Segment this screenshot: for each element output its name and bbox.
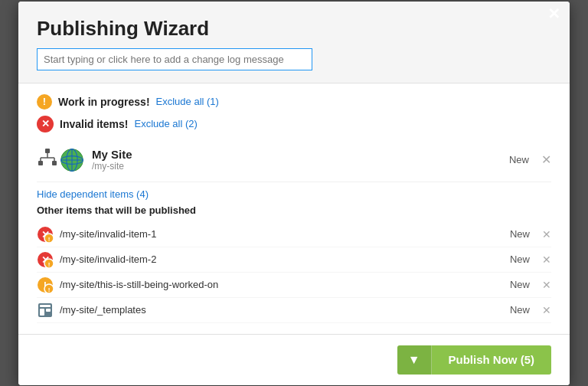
dep-item-status-1: New	[510, 228, 530, 240]
dep-item-status-3: New	[510, 279, 530, 290]
svg-rect-0	[45, 149, 50, 153]
dep-item-status-4: New	[510, 304, 530, 316]
dep-item-path-1: /my-site/invalid-item-1	[60, 228, 510, 240]
other-items-label: Other items that will be published	[37, 204, 551, 216]
dep-item-remove-2[interactable]: ✕	[542, 254, 551, 266]
globe-icon	[58, 146, 86, 174]
site-path: /my-site	[92, 161, 509, 172]
site-name: My Site	[92, 148, 509, 161]
modal-title: Publishing Wizard	[37, 17, 551, 41]
warning-icon: !	[37, 94, 52, 110]
svg-rect-1	[38, 161, 43, 165]
modal-footer: ▼ Publish Now (5)	[18, 334, 570, 385]
changelog-input[interactable]	[37, 48, 312, 70]
dep-item-status-2: New	[510, 254, 530, 265]
modal-overlay: ✕ Publishing Wizard ! Work in progress! …	[0, 0, 588, 386]
dep-item-path-3: /my-site/this-is-still-being-worked-on	[60, 279, 510, 290]
dep-item-remove-1[interactable]: ✕	[542, 228, 551, 240]
svg-rect-26	[40, 309, 44, 316]
svg-rect-2	[52, 161, 57, 165]
publish-now-button[interactable]: Publish Now (5)	[432, 345, 552, 375]
modal-body: ! Work in progress! Exclude all (1) ✕ In…	[18, 83, 570, 334]
exclude-all-warning-link[interactable]: Exclude all (1)	[156, 96, 219, 107]
work-in-progress-row: ! Work in progress! Exclude all (1)	[37, 94, 551, 110]
warning-label: Work in progress!	[58, 96, 150, 108]
svg-text:!: !	[48, 261, 51, 268]
dependent-items-list: ✕ ! /my-site/invalid-item-1 New ✕ ✕	[37, 222, 551, 323]
dep-item-path-4: /my-site/_templates	[60, 304, 510, 316]
dep-item-remove-3[interactable]: ✕	[542, 279, 551, 291]
table-row: /my-site/_templates New ✕	[37, 298, 551, 323]
svg-rect-27	[46, 309, 51, 312]
invalid-item-icon-1: ✕ !	[37, 226, 54, 243]
table-row: ! ! /my-site/this-is-still-being-worked-…	[37, 273, 551, 298]
invalid-items-row: ✕ Invalid items! Exclude all (2)	[37, 116, 551, 132]
publish-dropdown-button[interactable]: ▼	[397, 345, 432, 375]
site-tree-icon	[37, 147, 58, 172]
table-row: ✕ ! /my-site/invalid-item-2 New ✕	[37, 247, 551, 273]
svg-text:!: !	[48, 236, 51, 243]
site-row-remove-button[interactable]: ✕	[541, 152, 551, 167]
site-row: My Site /my-site New ✕	[37, 139, 551, 182]
invalid-item-icon-2: ✕ !	[37, 251, 54, 268]
site-status: New	[509, 154, 529, 165]
dep-item-remove-4[interactable]: ✕	[542, 304, 551, 316]
error-label: Invalid items!	[60, 118, 128, 130]
table-row: ✕ ! /my-site/invalid-item-1 New ✕	[37, 222, 551, 247]
modal-close-button[interactable]: ✕	[547, 6, 560, 21]
publishing-wizard-modal: ✕ Publishing Wizard ! Work in progress! …	[18, 2, 570, 385]
template-item-icon-4	[37, 302, 54, 319]
hide-dependent-items-link[interactable]: Hide dependent items (4)	[37, 188, 149, 200]
site-info: My Site /my-site	[92, 148, 509, 172]
svg-text:!: !	[48, 286, 51, 293]
exclude-all-error-link[interactable]: Exclude all (2)	[134, 118, 197, 129]
svg-rect-25	[40, 305, 51, 307]
modal-header: Publishing Wizard	[18, 2, 570, 83]
warning-item-icon-3: ! !	[37, 276, 54, 293]
error-icon: ✕	[37, 116, 54, 132]
dep-item-path-2: /my-site/invalid-item-2	[60, 254, 510, 265]
